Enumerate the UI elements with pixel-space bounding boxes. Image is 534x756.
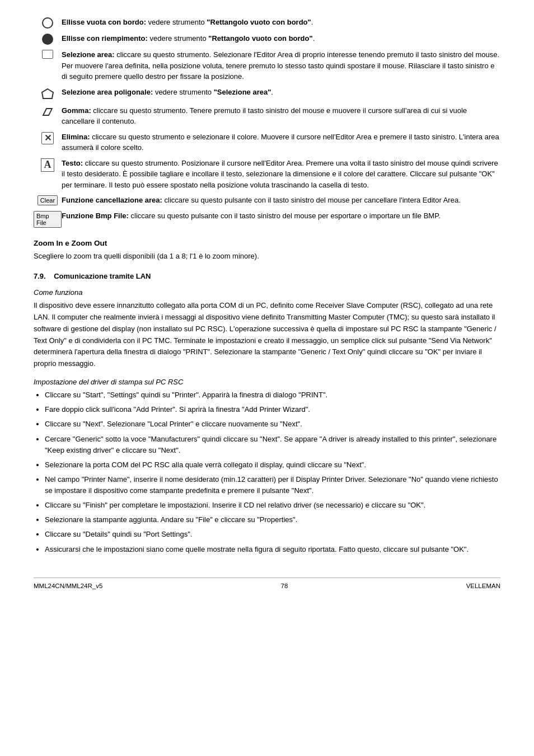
tool-row-bmp-file: Bmp FileFunzione Bmp File: cliccare su q… (34, 210, 500, 228)
tool-row-ellipse-empty: Ellisse vuota con bordo: vedere strument… (34, 17, 500, 29)
lan-paragraph1: Il dispositivo deve essere innanzitutto … (34, 300, 500, 370)
bullet-item-1: Fare doppio click sull'icona "Add Printe… (45, 404, 500, 415)
tool-text-bmp-file: Funzione Bmp File: cliccare su questo pu… (62, 210, 500, 222)
tool-row-elimina: ✕Elimina: cliccare su questo strumento e… (34, 132, 500, 153)
tool-row-testo: ATesto: cliccare su questo strumento. Po… (34, 158, 500, 191)
bullet-item-6: Cliccare su "Finish" per completare le i… (45, 500, 500, 511)
tool-icon-clear: Clear (34, 195, 62, 205)
footer-center: 78 (281, 583, 288, 589)
tool-row-selection-area: Selezione area: cliccare su questo strum… (34, 49, 500, 82)
tool-text-ellipse-filled: Ellisse con riempimento: vedere strument… (62, 33, 500, 44)
footer-left: MML24CN/MML24R_v5 (34, 583, 102, 589)
bullet-item-0: Cliccare su "Start", "Settings" quindi s… (45, 389, 500, 401)
bullet-item-2: Cliccare su "Next". Selezionare "Local P… (45, 419, 500, 430)
tool-icon-elimina: ✕ (34, 132, 62, 144)
bullet-item-4: Selezionare la porta COM del PC RSC alla… (45, 459, 500, 471)
zoom-text: Scegliere lo zoom tra quelli disponibili… (34, 251, 500, 262)
tool-icon-ellipse-filled (34, 33, 62, 45)
lan-sub2: Impostazione del driver di stampa sul PC… (34, 378, 500, 386)
tool-row-clear: ClearFunzione cancellazione area: clicca… (34, 195, 500, 206)
bullet-item-7: Selezionare la stampante aggiunta. Andar… (45, 514, 500, 525)
tool-icon-bmp-file: Bmp File (34, 210, 62, 228)
tool-icon-testo: A (34, 158, 62, 172)
tool-icon-poly-selection (34, 87, 62, 101)
page-footer: MML24CN/MML24R_v5 78 VELLEMAN (34, 577, 500, 589)
tool-text-eraser: Gomma: cliccare su questo strumento. Ten… (62, 105, 500, 127)
bullet-item-8: Cliccare su "Details" quindi su "Port Se… (45, 529, 500, 540)
tool-text-testo: Testo: cliccare su questo strumento. Pos… (62, 158, 500, 191)
lan-title: Comunicazione tramite LAN (54, 272, 151, 280)
zoom-heading: Zoom In e Zoom Out (34, 239, 500, 247)
svg-marker-0 (42, 89, 53, 98)
lan-sub1: Come funziona (34, 288, 500, 297)
lan-number: 7.9. (34, 272, 46, 280)
tool-icon-selection-area (34, 49, 62, 59)
tool-row-eraser: Gomma: cliccare su questo strumento. Ten… (34, 105, 500, 127)
tool-text-clear: Funzione cancellazione area: cliccare su… (62, 195, 500, 206)
page-content: Ellisse vuota con bordo: vedere strument… (34, 17, 500, 589)
tool-row-ellipse-filled: Ellisse con riempimento: vedere strument… (34, 33, 500, 45)
tool-icon-ellipse-empty (34, 17, 62, 29)
tool-row-poly-selection: Selezione area poligonale: vedere strume… (34, 87, 500, 101)
bullet-item-9: Assicurarsi che le impostazioni siano co… (45, 544, 500, 555)
tool-text-poly-selection: Selezione area poligonale: vedere strume… (62, 87, 500, 98)
svg-line-1 (43, 109, 46, 115)
tool-icon-eraser (34, 105, 62, 119)
bullet-item-5: Nel campo "Printer Name", inserire il no… (45, 474, 500, 496)
footer-right: VELLEMAN (466, 583, 500, 589)
tool-text-elimina: Elimina: cliccare su questo strumento e … (62, 132, 500, 153)
bullet-list: Cliccare su "Start", "Settings" quindi s… (45, 389, 500, 555)
tool-text-ellipse-empty: Ellisse vuota con bordo: vedere strument… (62, 17, 500, 28)
lan-heading: 7.9. Comunicazione tramite LAN (34, 272, 500, 280)
bullet-item-3: Cercare "Generic" sotto la voce "Manufac… (45, 434, 500, 456)
tool-text-selection-area: Selezione area: cliccare su questo strum… (62, 49, 500, 82)
